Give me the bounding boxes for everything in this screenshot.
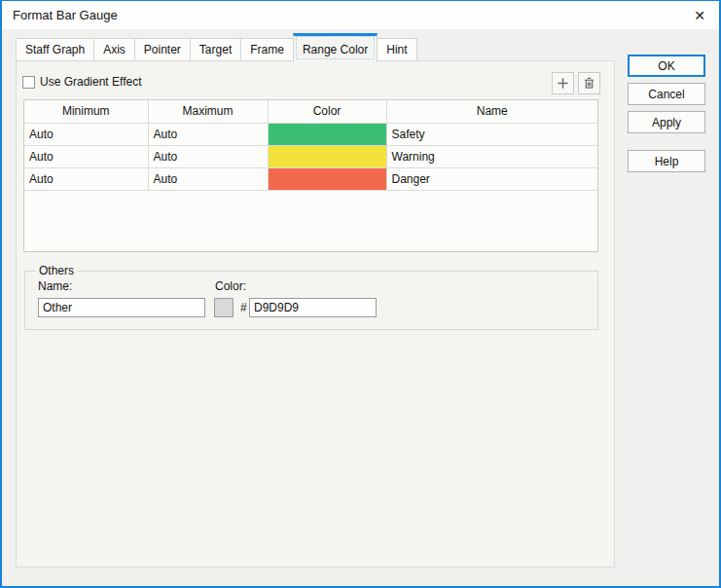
color-swatch-cell[interactable] [268,167,386,190]
minimum-cell[interactable]: Auto [24,167,148,190]
tab-axis[interactable]: Axis [93,38,135,61]
trash-icon [582,76,596,91]
add-range-button[interactable] [552,72,574,94]
other-color-swatch[interactable] [214,298,234,317]
apply-button[interactable]: Apply [628,111,705,133]
tab-hint[interactable]: Hint [377,38,416,61]
column-header-maximum[interactable]: Maximum [148,100,268,123]
title-bar: Format Bar Gauge [2,1,719,29]
dialog-title: Format Bar Gauge [13,8,118,22]
tab-range-color[interactable]: Range Color [293,33,378,62]
table-row-warning: Auto Auto Warning [24,145,597,167]
tab-strip: Staff Graph Axis Pointer Target Frame Ra… [16,32,416,61]
other-color-label: Color: [215,279,246,293]
table-row-danger: Auto Auto Danger [24,167,597,190]
tab-pointer[interactable]: Pointer [134,38,191,61]
use-gradient-label: Use Gradient Effect [40,75,142,89]
help-button[interactable]: Help [628,150,705,172]
color-swatch-cell[interactable] [268,123,386,145]
table-row-safety: Auto Auto Safety [24,123,597,145]
name-cell[interactable]: Warning [386,145,597,167]
maximum-cell[interactable]: Auto [148,123,268,145]
minimum-cell[interactable]: Auto [24,123,148,145]
column-header-name[interactable]: Name [386,100,597,123]
plus-icon [556,76,570,91]
other-name-input[interactable] [38,298,205,317]
maximum-cell[interactable]: Auto [148,167,268,190]
others-group: Others Name: Color: # [24,271,598,330]
range-color-table: Minimum Maximum Color Name Auto Auto Saf… [23,99,598,252]
delete-range-button[interactable] [578,72,600,94]
range-color-panel: Use Gradient Effect Minimum Maximum Colo [16,60,615,568]
other-color-input[interactable] [249,298,377,317]
maximum-cell[interactable]: Auto [148,145,268,167]
color-swatch-cell[interactable] [268,145,386,167]
column-header-minimum[interactable]: Minimum [24,100,148,123]
name-cell[interactable]: Danger [386,167,597,190]
other-name-label: Name: [38,279,72,293]
table-header-row: Minimum Maximum Color Name [24,100,597,123]
ok-button[interactable]: OK [628,55,705,77]
cancel-button[interactable]: Cancel [628,83,705,105]
minimum-cell[interactable]: Auto [24,145,148,167]
checkbox-icon[interactable] [22,76,35,89]
tab-frame[interactable]: Frame [240,38,294,61]
others-group-label: Others [35,264,78,277]
tab-target[interactable]: Target [190,38,241,61]
name-cell[interactable]: Safety [386,123,597,145]
tab-staff-graph[interactable]: Staff Graph [16,38,94,61]
column-header-color[interactable]: Color [268,100,386,123]
hash-symbol: # [240,298,247,317]
use-gradient-checkbox[interactable]: Use Gradient Effect [22,75,142,89]
format-bar-gauge-dialog: Format Bar Gauge ✕ Staff Graph Axis Poin… [0,0,721,588]
close-icon[interactable]: ✕ [688,5,711,26]
